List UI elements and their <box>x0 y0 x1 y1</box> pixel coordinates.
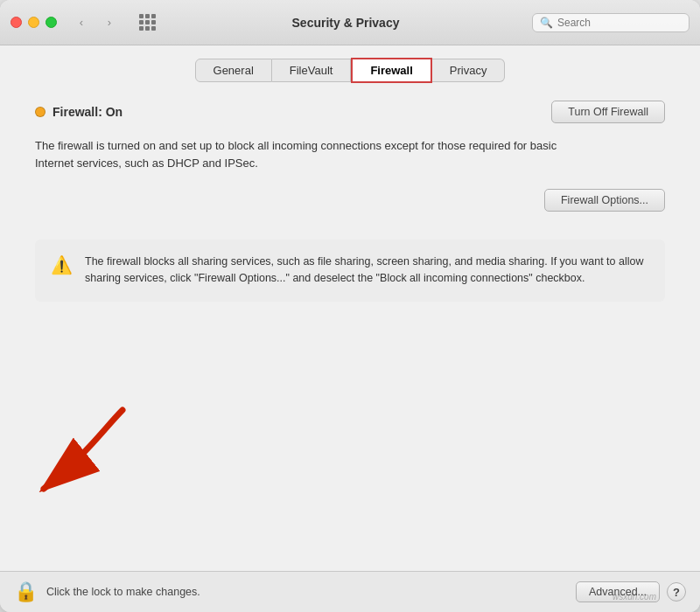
warning-text: The firewall blocks all sharing services… <box>85 254 649 288</box>
warning-icon: ⚠️ <box>51 254 73 275</box>
window-title: Security & Privacy <box>166 16 525 30</box>
lock-label: Click the lock to make changes. <box>46 586 200 598</box>
nav-buttons: ‹ › <box>69 14 122 31</box>
back-button[interactable]: ‹ <box>69 14 94 31</box>
arrow-overlay <box>18 401 140 510</box>
warning-box: ⚠️ The firewall blocks all sharing servi… <box>35 240 665 302</box>
firewall-options-button[interactable]: Firewall Options... <box>544 189 665 212</box>
tab-general[interactable]: General <box>195 59 272 82</box>
tab-firewall[interactable]: Firewall <box>351 58 431 83</box>
status-row: Firewall: On Turn Off Firewall <box>35 101 665 123</box>
traffic-lights <box>10 17 57 28</box>
firewall-status-label: Firewall: On <box>35 105 122 119</box>
close-button[interactable] <box>10 17 22 28</box>
tab-filevault[interactable]: FileVault <box>272 59 352 82</box>
lock-icon[interactable]: 🔒 <box>14 581 38 603</box>
lock-section: 🔒 Click the lock to make changes. <box>14 581 200 603</box>
turn-off-firewall-button[interactable]: Turn Off Firewall <box>551 101 665 123</box>
tab-privacy[interactable]: Privacy <box>432 59 506 82</box>
grid-icon[interactable] <box>139 14 156 31</box>
maximize-button[interactable] <box>46 17 57 28</box>
minimize-button[interactable] <box>28 17 39 28</box>
titlebar: ‹ › Security & Privacy 🔍 <box>0 0 700 45</box>
status-indicator <box>35 107 46 117</box>
search-bar[interactable]: 🔍 <box>532 13 690 32</box>
forward-button[interactable]: › <box>97 14 122 31</box>
watermark: wsxdn.com <box>612 592 656 602</box>
tabs-container: General FileVault Firewall Privacy <box>0 45 700 83</box>
help-button[interactable]: ? <box>667 582 686 602</box>
firewall-status-text: Firewall: On <box>52 105 122 119</box>
search-input[interactable] <box>557 17 671 29</box>
firewall-description: The firewall is turned on and set up to … <box>35 137 560 171</box>
options-row: Firewall Options... <box>35 189 665 212</box>
bottom-bar: 🔒 Click the lock to make changes. Advanc… <box>0 571 700 612</box>
main-window: ‹ › Security & Privacy 🔍 General FileVau… <box>0 0 700 612</box>
main-content: Firewall: On Turn Off Firewall The firew… <box>0 83 700 571</box>
search-icon: 🔍 <box>540 17 553 29</box>
